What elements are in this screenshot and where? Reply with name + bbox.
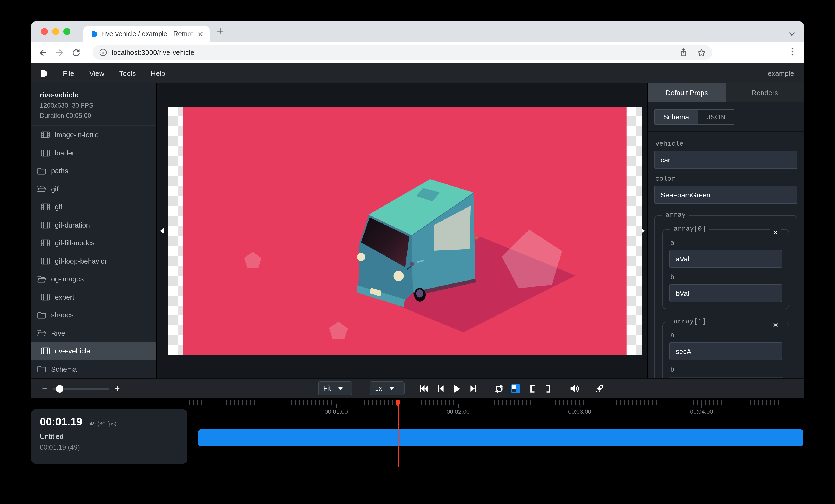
sidebar-item-label: expert (55, 293, 74, 301)
ruler-label: 00:01.00 (325, 408, 348, 415)
forward-button[interactable] (55, 48, 65, 57)
sidebar-item[interactable]: gif-duration (31, 216, 156, 234)
playhead[interactable] (396, 400, 401, 467)
sidebar-item-label: image-in-lottie (55, 131, 99, 139)
transparency-checkerboard-button[interactable] (509, 382, 521, 395)
volume-button[interactable] (568, 382, 580, 395)
film-icon (41, 348, 50, 355)
sidebar-item[interactable]: image-in-lottie (31, 126, 156, 144)
preview-area (157, 83, 647, 378)
sidebar-item[interactable]: shapes (31, 306, 156, 324)
back-arrow-icon (38, 48, 48, 57)
tab-default-props[interactable]: Default Props (648, 83, 726, 102)
next-frame-button[interactable] (468, 382, 480, 395)
track-name: Untitled (40, 433, 179, 441)
set-in-point-button[interactable] (526, 382, 538, 395)
bookmark-button[interactable] (697, 48, 706, 57)
sidebar-item[interactable]: gif-loop-behavior (31, 252, 156, 270)
ruler-label: 00:03.00 (568, 408, 591, 415)
chevron-down-icon (339, 387, 343, 390)
sidebar-item[interactable]: gif (31, 198, 156, 216)
composition-meta: 1200x630, 30 FPS (40, 102, 147, 109)
sidebar-item[interactable]: Schema (31, 360, 156, 378)
sidebar-item[interactable]: Rive (31, 324, 156, 342)
close-window-button[interactable] (41, 28, 48, 35)
menu-view[interactable]: View (82, 69, 112, 77)
timeline-ruler[interactable] (189, 400, 803, 405)
array-item-0-legend: array[0] (670, 225, 709, 233)
browser-toolbar: localhost:3000/rive-vehicle (31, 42, 804, 63)
sidebar-item[interactable]: gif (31, 180, 156, 198)
share-icon (679, 48, 688, 57)
zoom-slider-thumb[interactable] (56, 385, 63, 392)
tab-search-chevron-button[interactable] (789, 28, 795, 38)
back-button[interactable] (38, 48, 48, 57)
set-out-point-button[interactable] (543, 382, 555, 395)
right-panel: Default Props Renders Schema JSON vehicl… (647, 83, 804, 378)
sidebar-item[interactable]: rive-vehicle (31, 342, 156, 360)
menu-help[interactable]: Help (143, 69, 173, 77)
canvas-zoom-slider[interactable] (53, 387, 109, 390)
browser-menu-button[interactable] (788, 47, 797, 59)
remove-array-item-1-button[interactable]: ✕ (770, 320, 781, 330)
tab-close-icon[interactable]: ✕ (196, 30, 204, 38)
in-point-bracket-icon (529, 384, 535, 393)
fullscreen-window-button[interactable] (63, 28, 70, 35)
remotion-logo-icon[interactable] (40, 68, 48, 78)
sidebar-item[interactable]: loader (31, 144, 156, 162)
sidebar-item[interactable]: expert (31, 288, 156, 306)
playback-speed-select[interactable]: 1x (370, 381, 405, 395)
timeline-track-bar[interactable] (198, 429, 803, 446)
sidebar-item[interactable]: og-images (31, 270, 156, 288)
previous-frame-button[interactable] (434, 382, 446, 395)
address-bar[interactable]: localhost:3000/rive-vehicle (93, 45, 712, 60)
loop-icon (494, 384, 504, 394)
checkerboard-icon (511, 384, 520, 393)
collapse-sidebar-icon[interactable] (160, 228, 164, 234)
panel-tabs: Default Props Renders (648, 83, 804, 102)
screenshot-frame: rive-vehicle / example - Remot ✕ localho… (0, 0, 835, 504)
jump-to-start-button[interactable] (418, 382, 429, 395)
tab-renders[interactable]: Renders (726, 83, 804, 102)
site-info-icon[interactable] (99, 48, 107, 57)
array-1-a-input[interactable] (669, 342, 782, 360)
mode-schema[interactable]: Schema (655, 110, 697, 124)
tab-title: rive-vehicle / example - Remot (102, 30, 196, 38)
remove-array-item-0-button[interactable]: ✕ (770, 228, 781, 238)
play-icon (452, 384, 461, 394)
canvas-fit-select[interactable]: Fit (318, 381, 352, 395)
sidebar-item[interactable]: paths (31, 162, 156, 180)
reload-button[interactable] (72, 48, 81, 57)
array-item-1-fieldset: array[1] ✕ a b (662, 318, 789, 378)
share-button[interactable] (679, 48, 688, 57)
render-button[interactable] (593, 382, 605, 395)
folder-open-icon (37, 185, 46, 193)
sidebar-item-label: shapes (51, 311, 74, 319)
out-point-bracket-icon (546, 384, 552, 393)
array-0-a-input[interactable] (669, 250, 782, 268)
film-icon (41, 239, 50, 247)
zoom-out-button[interactable]: − (42, 383, 47, 394)
menu-tools[interactable]: Tools (112, 69, 143, 77)
film-icon (41, 149, 50, 156)
vehicle-input[interactable] (654, 151, 797, 169)
minimize-window-button[interactable] (52, 28, 59, 35)
color-input[interactable] (654, 186, 797, 204)
field-label-vehicle: vehicle (655, 140, 797, 148)
menu-file[interactable]: File (56, 69, 82, 77)
browser-tab-strip: rive-vehicle / example - Remot ✕ (31, 21, 804, 42)
zoom-in-button[interactable]: + (115, 383, 120, 394)
rive-vehicle-artwork (168, 106, 642, 355)
loop-toggle-button[interactable] (493, 382, 505, 395)
sidebar-item[interactable]: gif-fill-modes (31, 234, 156, 252)
new-tab-button[interactable] (216, 27, 224, 37)
current-time: 00:01.19 (40, 416, 82, 428)
browser-tab[interactable]: rive-vehicle / example - Remot ✕ (83, 26, 210, 42)
main-area: rive-vehicle 1200x630, 30 FPS Duration 0… (31, 83, 804, 378)
chevron-down-icon (789, 32, 795, 36)
play-button[interactable] (451, 382, 463, 395)
mode-json[interactable]: JSON (697, 110, 734, 124)
array-item-0-fieldset: array[0] ✕ a b (662, 225, 789, 309)
array-0-b-input[interactable] (669, 284, 782, 302)
composition-canvas[interactable] (168, 106, 642, 355)
